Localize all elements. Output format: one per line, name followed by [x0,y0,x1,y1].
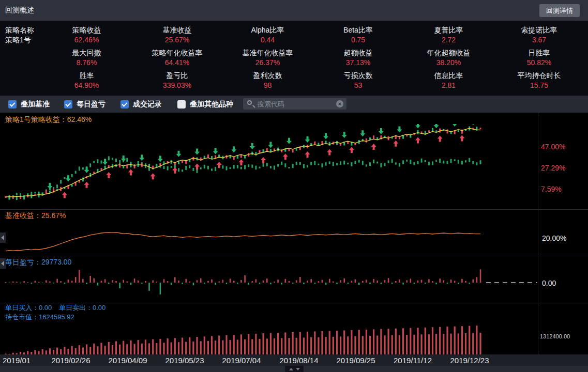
y-axis-label: 0.00 [542,279,556,287]
stat-cell: Alpha比率0.44 [222,25,313,45]
pane-collapse-handle[interactable] [0,233,6,243]
stat-label: 基准收益 [132,25,222,35]
stat-label: 盈亏比 [132,71,222,80]
stat-label: 最大回撤 [41,48,132,57]
stat-value: 339.03% [132,81,222,90]
stat-value: 50.82% [494,58,584,67]
chevron-down-icon [296,368,300,370]
stat-value: 8.76% [41,58,132,67]
search-input[interactable] [243,98,346,110]
checkbox-overlay-benchmark[interactable]: 叠加基准 [8,100,50,109]
checkbox-icon[interactable] [120,100,129,109]
strategy-return-chart[interactable] [3,124,540,208]
strategy-name-block: 策略名称 策略1号 [5,25,34,45]
x-axis-label: 2019/12/23 [446,356,493,365]
x-axis-label: 2019/07/04 [218,356,265,365]
checkbox-label[interactable]: 叠加基准 [21,100,50,109]
stat-cell: 胜率64.90% [41,71,132,90]
stat-value: 2.81 [403,81,494,90]
stat-label: 策略收益 [41,25,132,35]
stat-cell: 基准收益25.67% [132,25,222,45]
stat-cell: 最大回撤8.76% [41,48,132,68]
chart-toolbar: 叠加基准 每日盈亏 成交记录 叠加其他品种 [0,96,588,113]
strategy-chart-title: 策略1号策略收益：62.46% [5,115,92,125]
strategy-name-value: 策略1号 [5,35,34,44]
stat-label: Alpha比率 [222,25,313,35]
strategy-name-label: 策略名称 [5,25,34,35]
stat-label: 胜率 [41,71,132,80]
stat-label: 信息比率 [403,71,494,80]
stat-cell: 夏普比率2.72 [403,25,494,45]
benchmark-chart-title: 基准收益：25.67% [5,211,66,221]
stat-label: 策略年化收益率 [132,48,222,57]
x-axis-label: 2019/09/25 [333,356,379,365]
stat-cell: 亏损次数53 [313,71,403,90]
stat-label: 超额收益 [313,48,403,57]
stat-value: 98 [222,81,313,90]
x-axis-label: 2019/04/09 [104,356,151,365]
checkbox-icon[interactable] [64,100,72,109]
checkbox-daily-pnl[interactable]: 每日盈亏 [64,100,105,109]
stat-label: 基准年化收益率 [222,48,313,57]
checkbox-trade-records[interactable]: 成交记录 [120,100,162,109]
checkbox-icon[interactable] [8,100,17,109]
stat-cell: Beta比率0.75 [313,25,403,45]
stat-label: 索提诺比率 [494,25,584,35]
benchmark-return-chart[interactable] [3,221,540,254]
axis-divider [538,113,538,354]
position-value-label: 持仓市值：1624595.92 [5,313,74,322]
daily-pnl-chart-title: 每日盈亏：29773.00 [5,258,71,267]
backtest-detail-button[interactable]: 回测详情 [539,4,580,17]
checkbox-label[interactable]: 每日盈亏 [77,100,105,109]
x-axis-label: 2019/01 [0,356,40,365]
stat-value: 37.13% [313,58,403,67]
stat-value: 25.67% [132,35,222,44]
stat-cell: 超额收益37.13% [313,48,403,68]
stat-label: 亏损次数 [313,71,403,80]
stat-cell: 盈亏比339.03% [132,71,222,90]
x-axis-label: 2019/02/26 [48,356,94,365]
stat-value: 0.44 [222,35,313,44]
stat-label: Beta比率 [313,25,403,35]
stat-value: 15.75 [494,81,584,90]
y-axis-label: 1312400.00 [540,333,570,339]
stat-label: 日胜率 [494,48,584,57]
daily-pnl-chart[interactable] [3,267,540,302]
stat-value: 26.37% [222,58,313,67]
stat-value: 3.67 [494,35,584,44]
panel-divider [0,256,588,256]
panel-divider [0,209,588,210]
x-axis[interactable]: 2019/01 2019/02/26 2019/04/09 2019/05/23… [0,354,588,366]
stat-value: 64.41% [132,58,222,67]
checkbox-label[interactable]: 叠加其他品种 [190,100,233,109]
stat-value: 2.72 [403,35,494,44]
stat-cell: 策略收益62.46% [41,25,132,45]
stat-cell: 策略年化收益率64.41% [132,48,222,68]
stat-value: 64.90% [41,81,132,90]
pane-collapse-handle[interactable] [0,258,6,269]
checkbox-overlay-other[interactable]: 叠加其他品种 [177,100,233,109]
scrollbar-collapse-button[interactable] [285,366,304,372]
stat-cell: 基准年化收益率26.37% [222,48,313,68]
stat-label: 平均持仓时长 [494,71,584,80]
stat-label: 盈利次数 [222,71,313,80]
y-axis-label: 20.00% [542,234,566,242]
daily-buy-label: 单日买入：0.00 [5,304,52,312]
x-axis-label: 2019/11/12 [389,356,436,365]
backtest-overview-window: 回测概述 回测详情 策略名称 策略1号 策略收益62.46% 基准收益25.67… [0,0,588,372]
stat-value: 38.20% [403,58,494,67]
stat-label: 年化超额收益 [403,48,494,57]
position-value-chart[interactable] [3,321,540,354]
y-axis-label: 47.00% [541,143,565,151]
stat-cell: 日胜率50.82% [494,48,584,68]
stat-label: 夏普比率 [403,25,494,35]
stat-cell: 信息比率2.81 [403,71,494,90]
search-icon [247,100,252,105]
search-box [243,98,346,110]
clear-search-icon[interactable] [336,100,343,107]
stat-value: 62.46% [41,35,132,44]
y-axis-label: 27.29% [541,164,565,172]
checkbox-icon[interactable] [177,100,186,109]
checkbox-label[interactable]: 成交记录 [133,100,162,109]
horizontal-scrollbar[interactable] [0,366,588,372]
